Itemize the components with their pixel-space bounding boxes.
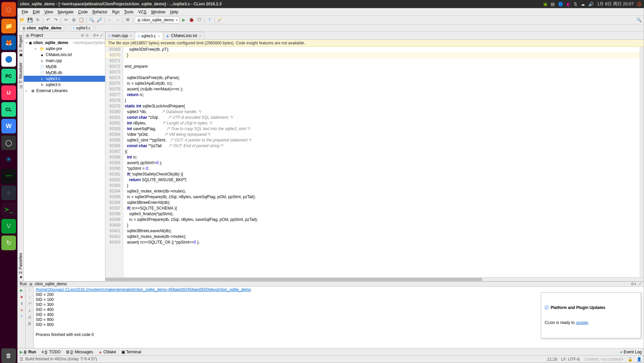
tree-item[interactable]: ▸📁sqlite-pre xyxy=(24,46,105,52)
run-config-combo[interactable]: ▣clion_sqlite_demo xyxy=(135,17,179,23)
status-icon[interactable]: ☰ xyxy=(20,357,23,362)
save-icon[interactable]: 💾 xyxy=(27,17,33,23)
collapse-icon[interactable]: ⊕ xyxy=(81,33,84,38)
breadcrumb-root[interactable]: ▣clion_sqlite_demo xyxy=(20,25,64,31)
sync-icon[interactable]: ↻ xyxy=(34,17,41,23)
search-everywhere-icon[interactable]: 🔍 xyxy=(636,17,642,23)
close-tab-icon[interactable]: × xyxy=(130,34,132,38)
tree-item[interactable]: csqlite3.c xyxy=(24,76,105,82)
tree-item[interactable]: 📄MyDB xyxy=(24,64,105,70)
tab-structure[interactable]: ☷ 7: Structure xyxy=(18,61,23,91)
error-stripe[interactable] xyxy=(640,47,644,277)
menu-navigate[interactable]: Navigate xyxy=(56,9,75,15)
menu-edit[interactable]: Edit xyxy=(31,9,42,15)
encoding[interactable]: LF: UTF-8: xyxy=(561,357,581,362)
help-icon[interactable]: ? xyxy=(20,315,23,319)
input-icon[interactable]: ☁ xyxy=(581,2,585,7)
intellij-icon[interactable]: IJ xyxy=(1,85,16,100)
update-notification[interactable]: ⓘPlatform and Plugin Updates CLion is re… xyxy=(541,292,641,338)
indicator-icon[interactable]: ▣ xyxy=(543,2,547,7)
help-icon[interactable]: ? xyxy=(206,17,213,23)
hector-icon[interactable]: 👤 xyxy=(637,357,642,362)
close-tab-icon[interactable]: × xyxy=(158,34,160,38)
down-icon[interactable]: ↓ xyxy=(29,295,31,299)
context[interactable]: Context: <no context> xyxy=(585,357,624,362)
breadcrumb-file[interactable]: csqlite3.c xyxy=(71,25,93,31)
rerun-icon[interactable]: ▶ xyxy=(20,288,23,293)
menu-refactor[interactable]: Refactor xyxy=(90,9,109,15)
tree-item[interactable]: ▲CMakeLists.txt xyxy=(24,52,105,58)
debug-icon[interactable]: 🐞 xyxy=(188,17,195,23)
ubuntu-dash-icon[interactable]: ◌ xyxy=(1,2,16,17)
editor-tab[interactable]: ▲CMakeLists.txt× xyxy=(163,32,204,39)
swirl-icon[interactable]: ֎ xyxy=(1,152,16,167)
build-icon[interactable]: ⚒ xyxy=(124,17,131,23)
indicator-icon[interactable]: ▤ xyxy=(551,2,555,7)
tree-root[interactable]: ▾▣ clion_sqlite_demo ~/workspace/jetbrai… xyxy=(24,40,105,46)
close-tab-icon[interactable]: × xyxy=(199,34,201,38)
forward-icon[interactable]: → xyxy=(114,17,121,23)
replace-icon[interactable]: 🔎 xyxy=(96,17,103,23)
update-link[interactable]: update xyxy=(576,320,588,325)
wand-icon[interactable]: 🪄 xyxy=(216,17,223,23)
stop-icon[interactable]: ■ xyxy=(20,295,23,299)
run-output[interactable]: /home/zhouyao/.CLion2016.2/system/cmake/… xyxy=(34,287,644,353)
collapse-icon[interactable]: ⊖ xyxy=(85,33,89,38)
horizontal-scrollbar[interactable] xyxy=(105,277,644,281)
up-icon[interactable]: ↑ xyxy=(29,288,31,293)
circle-icon[interactable]: ◯ xyxy=(1,135,16,150)
tab-favorites[interactable]: ★ 2: Favorites xyxy=(18,251,23,281)
cursor-position[interactable]: 21:28 xyxy=(547,357,557,362)
files-icon[interactable]: 📁 xyxy=(1,19,16,33)
pause-icon[interactable]: ⏸ xyxy=(20,301,24,306)
editor-tab[interactable]: csqlite3.c× xyxy=(135,32,163,40)
clion-icon[interactable]: CL xyxy=(1,102,16,117)
menu-tools[interactable]: Tools xyxy=(122,9,135,15)
terminal-icon[interactable]: ≻_ xyxy=(1,202,16,217)
clear-icon[interactable]: 🗑 xyxy=(28,321,32,326)
tree-item[interactable]: hsqlite3.h xyxy=(24,82,105,88)
redo-icon[interactable]: ↷ xyxy=(52,17,59,23)
code-editor[interactable]: 9336993370933719337293373933749337593376… xyxy=(105,47,644,277)
project-tree[interactable]: ▾▣ clion_sqlite_demo ~/workspace/jetbrai… xyxy=(24,39,105,281)
volume-icon[interactable]: 🔊 xyxy=(588,2,594,7)
cut-icon[interactable]: ✂ xyxy=(63,17,69,23)
pycharm-icon[interactable]: PC xyxy=(1,69,16,83)
tree-external-libs[interactable]: ▸⊞External Libraries xyxy=(24,88,105,94)
gear-icon[interactable]: ⚙▾ xyxy=(631,282,636,286)
indicator-icon[interactable]: ◐ xyxy=(567,2,570,7)
paste-icon[interactable]: 📋 xyxy=(78,17,85,23)
wps-icon[interactable]: W xyxy=(1,119,16,133)
gear-icon[interactable]: ⚙▾ xyxy=(93,33,98,38)
system-monitor-icon[interactable]: 〰 xyxy=(1,169,16,184)
copy-icon[interactable]: ⧉ xyxy=(70,17,77,23)
close-icon[interactable]: ✕ xyxy=(20,308,23,313)
open-icon[interactable]: 📂 xyxy=(19,17,26,23)
chrome-icon[interactable]: 🔵 xyxy=(1,52,16,67)
menu-view[interactable]: View xyxy=(42,9,55,15)
power-icon[interactable]: ⏻ xyxy=(637,2,641,7)
datetime[interactable]: 1月 8日 周日 20:07 xyxy=(597,1,634,7)
trash-icon[interactable]: 🗑 xyxy=(1,348,16,363)
network-icon[interactable]: ⇅ xyxy=(574,2,577,7)
menu-code[interactable]: Code xyxy=(76,9,90,15)
vim-icon[interactable]: V xyxy=(1,219,16,234)
tree-item[interactable]: cmain.cpp xyxy=(24,58,105,64)
back-icon[interactable]: ← xyxy=(106,17,113,23)
chrome-indicator-icon[interactable]: 🔵 xyxy=(558,2,563,7)
wrap-icon[interactable]: ⏎ xyxy=(28,301,31,306)
menu-file[interactable]: File xyxy=(20,9,30,15)
tree-item[interactable]: 📄MyDB.db xyxy=(24,70,105,76)
coverage-icon[interactable]: 🛡 xyxy=(196,17,202,23)
hide-icon[interactable]: ⤢ xyxy=(100,33,103,38)
menu-window[interactable]: Window xyxy=(149,9,167,15)
menu-help[interactable]: Help xyxy=(168,9,180,15)
scroll-icon[interactable]: ⤓ xyxy=(28,308,31,313)
tab-project[interactable]: ▣ 1: Project xyxy=(18,33,23,59)
hide-icon[interactable]: ⤢ xyxy=(638,282,642,286)
run-icon[interactable]: ▶ xyxy=(180,17,187,23)
editor-tab[interactable]: cmain.cpp× xyxy=(105,32,135,39)
firefox-icon[interactable]: 🦊 xyxy=(1,35,16,50)
print-icon[interactable]: 🖨 xyxy=(28,315,32,319)
lock-icon[interactable]: 🔓 xyxy=(628,357,633,362)
